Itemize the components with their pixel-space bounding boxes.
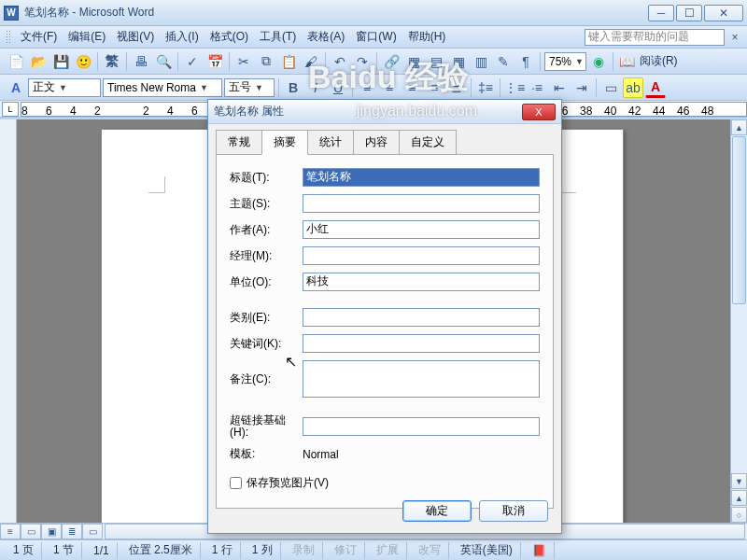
preview-icon[interactable]: 🔍 bbox=[153, 51, 174, 72]
tab-general[interactable]: 常规 bbox=[216, 130, 262, 154]
hyperlink-icon[interactable]: 🔗 bbox=[381, 51, 402, 72]
redo-icon[interactable]: ↷ bbox=[352, 51, 373, 72]
open-icon[interactable]: 📂 bbox=[28, 51, 49, 72]
dialog-close-button[interactable]: X bbox=[522, 104, 556, 120]
vertical-scrollbar[interactable]: ▲ ▼ ▲ ○ ▼ bbox=[730, 119, 747, 539]
category-input[interactable] bbox=[303, 308, 540, 327]
research-icon[interactable]: 📅 bbox=[204, 51, 225, 72]
scroll-down-icon[interactable]: ▼ bbox=[731, 473, 747, 489]
tab-stats[interactable]: 统计 bbox=[307, 130, 354, 154]
maximize-button[interactable]: ☐ bbox=[676, 5, 702, 21]
columns-icon[interactable]: ▥ bbox=[471, 51, 491, 72]
tab-selector[interactable]: L bbox=[2, 102, 19, 117]
menu-help[interactable]: 帮助(H) bbox=[402, 26, 452, 48]
prev-page-icon[interactable]: ▲ bbox=[731, 490, 747, 506]
zoom-combo[interactable]: 75%▼ bbox=[544, 52, 586, 71]
title-input[interactable]: 笔划名称 bbox=[303, 168, 540, 187]
align-left-icon[interactable]: ≡ bbox=[357, 77, 377, 98]
style-combo[interactable]: 正文▼ bbox=[28, 78, 101, 97]
web-view-icon[interactable]: ▭ bbox=[21, 524, 41, 539]
read-label[interactable]: 阅读(R) bbox=[640, 53, 678, 69]
indent-icon[interactable]: ⇥ bbox=[571, 77, 592, 98]
font-combo[interactable]: Times New Roma▼ bbox=[103, 78, 222, 97]
border-icon[interactable]: ▭ bbox=[600, 77, 621, 98]
help-icon[interactable]: ◉ bbox=[588, 51, 609, 72]
reading-view-icon[interactable]: ▭ bbox=[82, 524, 103, 539]
italic-icon[interactable]: I bbox=[305, 77, 326, 98]
print-icon[interactable]: 🖶 bbox=[131, 51, 151, 72]
save-preview-checkbox[interactable] bbox=[230, 477, 242, 489]
drawing-icon[interactable]: ✎ bbox=[493, 51, 514, 72]
align-right-icon[interactable]: ≡ bbox=[402, 77, 422, 98]
minimize-button[interactable]: ─ bbox=[648, 5, 674, 21]
font-color-icon[interactable]: A bbox=[645, 77, 666, 98]
save-icon[interactable]: 💾 bbox=[50, 51, 71, 72]
menu-window[interactable]: 窗口(W) bbox=[350, 26, 402, 48]
line-spacing-icon[interactable]: ‡≡ bbox=[475, 77, 496, 98]
window-titlebar: W 笔划名称 - Microsoft Word ─ ☐ ✕ bbox=[0, 0, 747, 26]
menu-format[interactable]: 格式(O) bbox=[204, 26, 254, 48]
author-input[interactable]: 小红 bbox=[303, 220, 540, 239]
cut-icon[interactable]: ✂ bbox=[233, 51, 254, 72]
status-trk[interactable]: 修订 bbox=[327, 542, 365, 559]
print-view-icon[interactable]: ▣ bbox=[41, 524, 62, 539]
spell-icon[interactable]: ✓ bbox=[182, 51, 203, 72]
align-justify-icon[interactable]: ≡ bbox=[424, 77, 444, 98]
tab-summary[interactable]: 摘要 bbox=[261, 130, 308, 155]
menu-edit[interactable]: 编辑(E) bbox=[63, 26, 111, 48]
outline-view-icon[interactable]: ≣ bbox=[62, 524, 82, 539]
size-combo[interactable]: 五号▼ bbox=[224, 78, 275, 97]
vertical-ruler[interactable] bbox=[0, 119, 17, 539]
manager-input[interactable] bbox=[303, 246, 540, 265]
bold-icon[interactable]: B bbox=[283, 77, 303, 98]
menu-insert[interactable]: 插入(I) bbox=[160, 26, 204, 48]
undo-icon[interactable]: ↶ bbox=[330, 51, 350, 72]
new-doc-icon[interactable]: 📄 bbox=[6, 51, 26, 72]
close-button[interactable]: ✕ bbox=[704, 5, 743, 21]
outdent-icon[interactable]: ⇤ bbox=[549, 77, 570, 98]
menu-table[interactable]: 表格(A) bbox=[302, 26, 350, 48]
normal-view-icon[interactable]: ≡ bbox=[0, 524, 21, 539]
table-border-icon[interactable]: ▦ bbox=[403, 51, 424, 72]
status-rec[interactable]: 录制 bbox=[285, 542, 323, 559]
permission-icon[interactable]: 🙂 bbox=[73, 51, 93, 72]
tab-custom[interactable]: 自定义 bbox=[399, 130, 457, 154]
scroll-up-icon[interactable]: ▲ bbox=[731, 119, 747, 135]
format-painter-icon[interactable]: 🖌 bbox=[301, 51, 321, 72]
align-center-icon[interactable]: ≡ bbox=[379, 77, 400, 98]
status-ext[interactable]: 扩展 bbox=[369, 542, 407, 559]
status-language[interactable]: 英语(美国) bbox=[453, 542, 521, 559]
status-ovr[interactable]: 改写 bbox=[411, 542, 449, 559]
help-search-input[interactable] bbox=[585, 29, 725, 46]
styles-pane-icon[interactable]: A bbox=[6, 77, 26, 98]
trad-simp-button[interactable]: 繁 bbox=[102, 51, 122, 72]
keywords-input[interactable] bbox=[303, 334, 540, 353]
distribute-icon[interactable]: ≣ bbox=[446, 77, 467, 98]
underline-icon[interactable]: U bbox=[328, 77, 348, 98]
scrollbar-thumb[interactable] bbox=[732, 136, 746, 304]
bullets-icon[interactable]: ∙≡ bbox=[527, 77, 547, 98]
numbering-icon[interactable]: ⋮≡ bbox=[504, 77, 525, 98]
ok-button[interactable]: 确定 bbox=[402, 500, 472, 522]
copy-icon[interactable]: ⧉ bbox=[256, 51, 276, 72]
dialog-titlebar[interactable]: 笔划名称 属性 X bbox=[208, 100, 561, 124]
tab-content[interactable]: 内容 bbox=[353, 130, 400, 154]
browse-object-icon[interactable]: ○ bbox=[731, 507, 747, 523]
subject-input[interactable] bbox=[303, 194, 540, 213]
highlight-icon[interactable]: ab bbox=[623, 77, 643, 98]
comments-input[interactable] bbox=[303, 360, 540, 398]
save-preview-label: 保存预览图片(V) bbox=[247, 475, 329, 491]
paste-icon[interactable]: 📋 bbox=[278, 51, 299, 72]
menu-view[interactable]: 视图(V) bbox=[111, 26, 160, 48]
read-layout-icon[interactable]: 📖 bbox=[617, 51, 638, 72]
status-spellcheck-icon[interactable]: 📕 bbox=[525, 542, 555, 559]
hyperlink-input[interactable] bbox=[303, 417, 540, 436]
menubar-close-icon[interactable]: × bbox=[728, 31, 741, 44]
menu-tools[interactable]: 工具(T) bbox=[254, 26, 302, 48]
cancel-button[interactable]: 取消 bbox=[479, 500, 548, 522]
menu-file[interactable]: 文件(F) bbox=[15, 26, 63, 48]
docmap-icon[interactable]: ¶ bbox=[515, 51, 536, 72]
company-input[interactable]: 科技 bbox=[303, 273, 540, 291]
insert-table-icon[interactable]: ▤ bbox=[426, 51, 446, 72]
excel-icon[interactable]: ▦ bbox=[448, 51, 469, 72]
